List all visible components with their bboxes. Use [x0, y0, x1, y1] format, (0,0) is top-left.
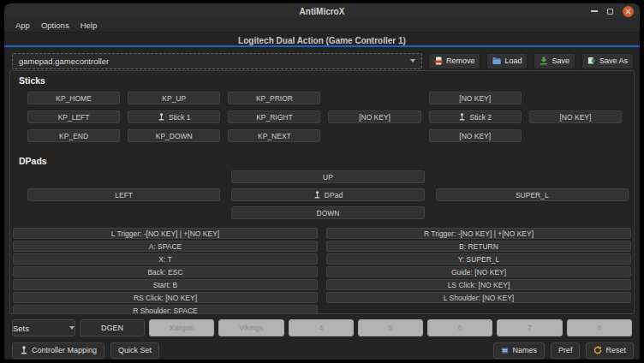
names-button[interactable]: Names: [493, 342, 545, 359]
sticks-grid: KP_HOME KP_UP KP_PRIOR [NO KEY] KP_LEFT …: [10, 92, 634, 142]
stick2-button[interactable]: Stick 2: [429, 110, 522, 123]
stick1-up-button[interactable]: KP_UP: [128, 92, 220, 104]
set-tab-7[interactable]: 7: [497, 319, 562, 336]
minimize-button[interactable]: [591, 10, 598, 12]
dpads-grid: UP LEFT DPad SUPER_L DOWN: [10, 170, 634, 219]
chevron-down-icon: [69, 326, 75, 330]
start-button[interactable]: Start: B: [13, 279, 318, 290]
stick2-down-button[interactable]: [NO KEY]: [429, 129, 522, 142]
buttons-grid: L Trigger: -[NO KEY] | +[NO KEY] R Trigg…: [10, 228, 634, 314]
stick1-right-button[interactable]: KP_RIGHT: [228, 110, 320, 123]
save-as-icon: [587, 57, 596, 65]
stick1-up-right-button[interactable]: KP_PRIOR: [228, 92, 320, 104]
close-icon: [625, 9, 631, 15]
load-button[interactable]: Load: [486, 53, 528, 69]
footer-bar: Controller Mapping Quick Set Names Pref …: [12, 342, 634, 359]
y-button[interactable]: Y: SUPER_L: [326, 253, 631, 265]
titlebar: AntiMicroX: [4, 3, 640, 19]
stick1-down-button[interactable]: KP_DOWN: [128, 129, 220, 142]
save-as-button[interactable]: Save As: [581, 53, 634, 69]
stick1-down-left-button[interactable]: KP_END: [27, 129, 120, 142]
app-window: AntiMicroX App Options Help Logitech Dua…: [4, 3, 640, 360]
menu-options[interactable]: Options: [41, 21, 69, 30]
guide-button[interactable]: Guide: [NO KEY]: [326, 266, 631, 277]
profile-select[interactable]: gamepad.gamecontroller: [12, 53, 422, 69]
window-controls: [591, 3, 634, 19]
joystick-icon: [313, 191, 321, 199]
r-trigger-button[interactable]: R Trigger: -[NO KEY] | +[NO KEY]: [326, 228, 631, 239]
close-button[interactable]: [623, 6, 634, 17]
names-icon: [501, 347, 509, 354]
set-tab-2[interactable]: Xargon: [149, 319, 214, 336]
joystick-icon: [158, 113, 165, 121]
reset-button[interactable]: Reset: [586, 342, 634, 359]
dpad-button[interactable]: DPad: [231, 188, 424, 201]
r-shoulder-button[interactable]: R Shoulder: SPACE: [13, 305, 318, 314]
l-trigger-button[interactable]: L Trigger: -[NO KEY] | +[NO KEY]: [13, 228, 318, 239]
set-tab-3[interactable]: Vikings: [218, 319, 283, 336]
set-tab-5[interactable]: 5: [358, 319, 423, 336]
dpad-right-button[interactable]: SUPER_L: [436, 188, 629, 201]
sticks-group-title: Sticks: [10, 71, 634, 86]
sets-row: Sets DGEN Xargon Vikings 4 5 6 7 8: [12, 319, 632, 336]
x-button[interactable]: X: T: [13, 253, 318, 265]
empty-cell: [326, 305, 631, 314]
menu-help[interactable]: Help: [80, 21, 98, 30]
stick1-left-button[interactable]: KP_LEFT: [27, 110, 120, 123]
remove-button[interactable]: Remove: [428, 53, 481, 69]
a-button[interactable]: A: SPACE: [13, 241, 318, 252]
menu-app[interactable]: App: [15, 21, 30, 30]
window-title: AntiMicroX: [4, 3, 640, 19]
maximize-icon: [607, 9, 613, 15]
rs-click-button[interactable]: RS Click: [NO KEY]: [13, 292, 318, 303]
stick2-right-button[interactable]: [NO KEY]: [529, 110, 622, 123]
set-tab-4[interactable]: 4: [289, 319, 354, 336]
back-button[interactable]: Back: ESC: [13, 266, 318, 277]
pref-button[interactable]: Pref: [551, 342, 581, 359]
l-shoulder-button[interactable]: L Shoulder: [NO KEY]: [326, 292, 631, 303]
chevron-down-icon: [410, 59, 415, 62]
menubar: App Options Help: [4, 19, 640, 33]
joystick-icon: [20, 346, 28, 354]
stick2-up-button[interactable]: [NO KEY]: [429, 92, 522, 104]
save-button[interactable]: Save: [534, 53, 575, 69]
ls-click-button[interactable]: LS Click: [NO KEY]: [326, 279, 631, 290]
folder-open-icon: [492, 57, 501, 65]
controller-mapping-button[interactable]: Controller Mapping: [12, 342, 104, 359]
stick1-up-left-button[interactable]: KP_HOME: [27, 92, 120, 104]
controller-tab[interactable]: Logitech Dual Action (Game Controller 1): [4, 35, 640, 47]
joystick-icon: [458, 113, 466, 121]
minimize-icon: [591, 10, 598, 12]
dpad-down-button[interactable]: DOWN: [231, 206, 424, 219]
dpad-left-button[interactable]: LEFT: [27, 188, 220, 201]
stick1-button[interactable]: Stick 1: [128, 110, 220, 123]
dpads-group-title: DPads: [10, 152, 634, 166]
stick1-down-right-button[interactable]: KP_NEXT: [228, 129, 320, 142]
remove-icon: [434, 57, 443, 65]
profile-select-value: gamepad.gamecontroller: [19, 57, 109, 66]
dpad-up-button[interactable]: UP: [231, 170, 424, 183]
b-button[interactable]: B: RETURN: [326, 241, 631, 252]
set-tab-1[interactable]: DGEN: [80, 319, 145, 336]
mapping-panel: Sticks KP_HOME KP_UP KP_PRIOR [NO KEY] K…: [9, 70, 635, 314]
quick-set-button[interactable]: Quick Set: [110, 342, 159, 359]
set-tab-6[interactable]: 6: [427, 319, 492, 336]
profile-bar: gamepad.gamecontroller Remove Load Save: [12, 52, 634, 69]
maximize-button[interactable]: [607, 9, 613, 15]
sets-menu-button[interactable]: Sets: [12, 319, 75, 336]
set-tab-8[interactable]: 8: [567, 319, 632, 336]
stick2-left-button[interactable]: [NO KEY]: [328, 110, 420, 123]
reset-icon: [593, 346, 602, 354]
save-icon: [540, 57, 548, 65]
